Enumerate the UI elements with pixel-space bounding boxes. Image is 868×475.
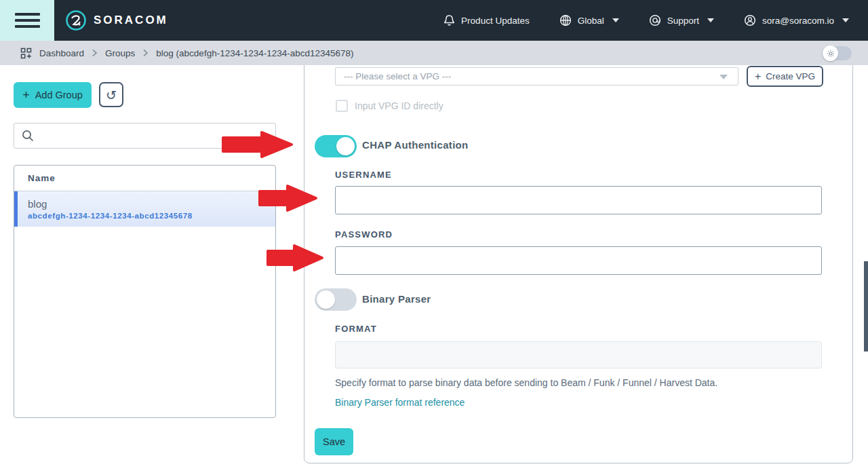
chevron-down-icon: [612, 18, 619, 22]
group-id: abcdefgh-1234-1234-1234-abcd12345678: [28, 212, 275, 220]
support-label: Support: [667, 16, 699, 26]
add-group-button[interactable]: + Add Group: [14, 82, 92, 108]
user-account-icon: [744, 14, 756, 26]
sun-icon: [827, 50, 835, 58]
product-updates-button[interactable]: Product Updates: [443, 14, 530, 26]
group-list: Name blog abcdefgh-1234-1234-1234-abcd12…: [14, 165, 276, 418]
password-input[interactable]: [335, 246, 822, 275]
breadcrumb-groups[interactable]: Groups: [105, 48, 135, 58]
plus-icon: +: [755, 71, 761, 82]
breadcrumb-dashboard[interactable]: Dashboard: [39, 48, 84, 58]
chap-authentication-label: CHAP Authentication: [362, 139, 469, 151]
group-settings-card: --- Please select a VPG --- + Create VPG…: [304, 26, 853, 463]
breadcrumb: Dashboard Groups blog (abcdefgh-1234-123…: [0, 41, 868, 65]
password-label: PASSWORD: [335, 229, 393, 240]
soracom-logo-icon: [65, 10, 87, 31]
account-menu[interactable]: sora@soracom.io: [744, 14, 849, 26]
username-input[interactable]: [335, 186, 822, 214]
account-email: sora@soracom.io: [762, 16, 834, 26]
theme-toggle[interactable]: [822, 46, 852, 60]
format-input: [335, 341, 822, 368]
bell-icon: [443, 14, 455, 26]
chevron-down-icon: [707, 18, 714, 22]
create-vpg-label: Create VPG: [766, 71, 815, 81]
group-search-box: [14, 123, 276, 149]
dashboard-icon: [20, 48, 32, 59]
support-menu[interactable]: Support: [649, 14, 714, 26]
scrollbar-thumb[interactable]: [864, 261, 868, 352]
refresh-button[interactable]: ↺: [99, 82, 123, 107]
input-vpg-id-checkbox[interactable]: [336, 100, 348, 112]
global-coverage-menu[interactable]: Global: [559, 14, 619, 26]
brand-name: SORACOM: [94, 14, 168, 27]
breadcrumb-current-group: blog (abcdefgh-1234-1234-1234-abcd123456…: [156, 48, 353, 58]
group-name: blog: [28, 198, 275, 210]
soracom-console-page: SORACOM Product Updates Global: [0, 0, 868, 475]
group-search-input[interactable]: [40, 124, 275, 148]
globe-icon: [559, 14, 572, 26]
format-label: FORMAT: [335, 324, 377, 334]
hamburger-icon: [15, 13, 40, 16]
vpg-select-value: --- Please select a VPG ---: [344, 71, 451, 81]
top-navbar: SORACOM Product Updates Global: [0, 0, 868, 41]
group-list-name-header: Name: [14, 166, 275, 191]
chevron-right-icon: [142, 49, 149, 57]
binary-parser-reference-link[interactable]: Binary Parser format reference: [335, 397, 465, 408]
refresh-icon: ↺: [106, 88, 117, 102]
hamburger-menu-button[interactable]: [0, 0, 54, 41]
global-label: Global: [578, 16, 604, 26]
input-vpg-id-label: Input VPG ID directly: [355, 100, 443, 111]
vpg-select[interactable]: --- Please select a VPG ---: [335, 67, 738, 86]
save-button[interactable]: Save: [315, 428, 353, 455]
chevron-right-icon: [92, 49, 98, 57]
chevron-down-icon: [842, 18, 849, 22]
binary-parser-label: Binary Parser: [362, 293, 431, 305]
add-group-label: Add Group: [35, 90, 83, 100]
search-icon: [21, 129, 35, 142]
soracom-logo[interactable]: SORACOM: [65, 10, 168, 31]
product-updates-label: Product Updates: [461, 16, 530, 26]
create-vpg-button[interactable]: + Create VPG: [747, 66, 823, 87]
binary-parser-toggle[interactable]: [315, 288, 357, 311]
username-label: USERNAME: [335, 170, 392, 180]
format-help-text: Specify format to parse binary data befo…: [335, 377, 717, 388]
chap-authentication-toggle[interactable]: [315, 135, 357, 157]
select-caret-icon: [719, 75, 728, 79]
navbar-menu: Product Updates Global Support: [443, 14, 868, 26]
plus-icon: +: [22, 89, 30, 101]
support-icon: [649, 14, 661, 26]
group-row-blog[interactable]: blog abcdefgh-1234-1234-1234-abcd1234567…: [14, 191, 275, 227]
